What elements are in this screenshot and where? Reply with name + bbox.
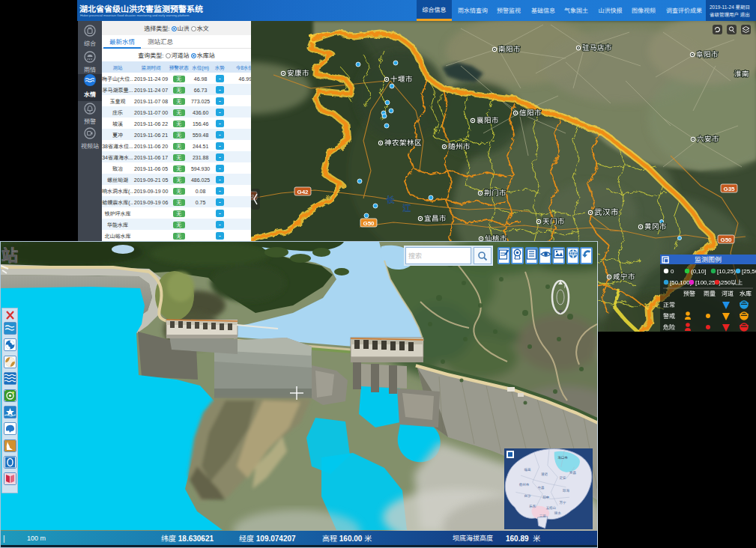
svg-text:宜昌市: 宜昌市 (424, 213, 447, 223)
svg-text:河道: 河道 (722, 289, 734, 297)
svg-text:屯昌: 屯昌 (537, 485, 544, 490)
svg-text:淮南: 淮南 (734, 68, 749, 79)
svg-text:危险: 危险 (663, 323, 675, 331)
svg-text:N: N (564, 283, 567, 290)
svg-text:荆门市: 荆门市 (484, 187, 506, 198)
svg-text:250以上: 250以上 (721, 278, 743, 286)
svg-text:驻马店市: 驻马店市 (582, 42, 612, 52)
svg-text:万宁: 万宁 (560, 500, 566, 505)
svg-text:站: 站 (1, 242, 18, 266)
svg-text:G50: G50 (363, 219, 375, 227)
svg-text:临高: 临高 (524, 467, 531, 472)
svg-text:警戒: 警戒 (663, 311, 675, 320)
svg-text:[10,25): [10,25) (717, 267, 736, 275)
svg-text:儋州市: 儋州市 (519, 482, 530, 487)
svg-text:水库: 水库 (740, 289, 752, 297)
svg-text:南阳市: 南阳市 (498, 43, 521, 54)
svg-text:文昌: 文昌 (569, 470, 576, 475)
svg-text:天门市: 天门市 (542, 216, 565, 226)
svg-text:五指山: 五指山 (546, 505, 556, 510)
svg-text:安康市: 安康市 (287, 67, 309, 78)
svg-text:琼海: 琼海 (563, 488, 569, 493)
svg-text:琼中: 琼中 (542, 495, 549, 499)
svg-text:神农架林区: 神农架林区 (384, 137, 422, 147)
svg-text:G35: G35 (723, 184, 735, 192)
svg-text:海口市: 海口市 (557, 455, 568, 460)
svg-text:陵水: 陵水 (554, 511, 561, 515)
svg-text:0: 0 (671, 267, 674, 275)
svg-text:咸宁市: 咸宁市 (613, 271, 635, 281)
svg-text:随州市: 随州市 (448, 141, 471, 151)
svg-text:三亚: 三亚 (539, 514, 546, 518)
svg-text:江: 江 (402, 201, 411, 213)
svg-text:[25,50: [25,50 (742, 267, 756, 275)
svg-text:乐东: 乐东 (529, 504, 536, 508)
svg-text:(0,10]: (0,10] (691, 267, 706, 275)
svg-text:六安市: 六安市 (697, 133, 719, 144)
svg-text:预警: 预警 (683, 289, 695, 297)
svg-text:[50,100): [50,100) (670, 278, 692, 286)
svg-text:G42: G42 (297, 187, 309, 195)
svg-text:黄冈市: 黄冈市 (644, 221, 667, 231)
svg-text:正常: 正常 (663, 300, 675, 308)
svg-text:襄阳市: 襄阳市 (477, 115, 499, 125)
svg-text:白沙: 白沙 (524, 493, 531, 498)
svg-text:信阳市: 信阳市 (519, 107, 542, 118)
svg-text:雨量: 雨量 (704, 289, 716, 297)
svg-text:十堰市: 十堰市 (390, 73, 413, 84)
svg-text:长: 长 (386, 193, 395, 205)
svg-text:定安: 定安 (560, 475, 566, 480)
svg-text:阜阳市: 阜阳市 (696, 49, 719, 59)
svg-text:武汉市: 武汉市 (594, 206, 619, 217)
svg-text:G50: G50 (720, 235, 732, 243)
svg-text:澄迈: 澄迈 (541, 472, 548, 476)
